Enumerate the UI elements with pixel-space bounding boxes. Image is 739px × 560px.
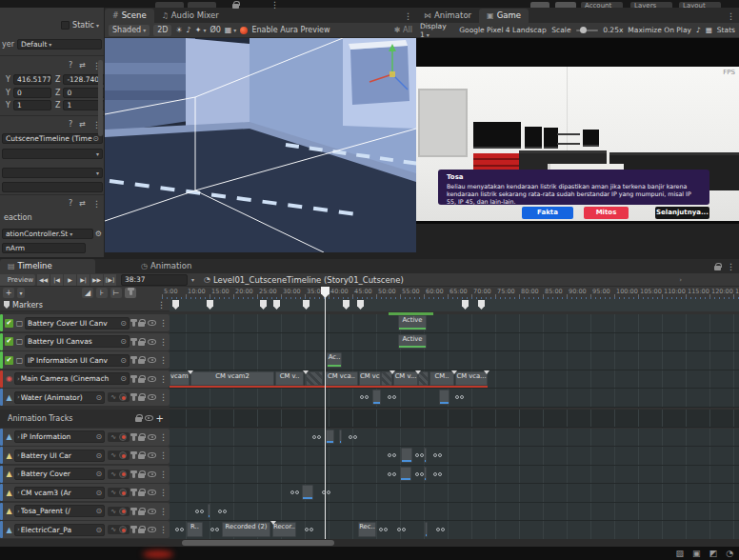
object-picker-icon[interactable]: ⊙ (95, 489, 102, 497)
tab-game[interactable]: ▣Game (479, 9, 529, 23)
object-picker-icon[interactable]: ⊙ (95, 393, 102, 402)
timeline-marker[interactable] (172, 300, 179, 310)
time-field[interactable]: 38:37 (121, 274, 188, 286)
selanjutnya-button[interactable]: Selanjutnya... (655, 207, 709, 219)
curves-toggle-icon[interactable]: ∿ (110, 470, 116, 478)
tab-audio-mixer[interactable]: ♫Audio Mixer (154, 9, 227, 23)
curves-toggle-icon[interactable]: ∿ (110, 451, 116, 459)
layer-dropdown[interactable]: Default (17, 39, 102, 50)
goto-start-button[interactable]: ◀◀ (37, 274, 50, 286)
pin-icon[interactable] (132, 433, 135, 441)
record-button[interactable] (119, 470, 127, 478)
timeline-asset-breadcrumb[interactable]: Level01_CutsceneTimeline (Story01_Cutsce… (213, 275, 404, 285)
track-menu-icon[interactable]: ⋮ (159, 432, 168, 442)
track-item[interactable]: ▲›CM vcam3 (Ar ⊙∿ ⋮ (0, 484, 170, 501)
object-picker-icon[interactable]: ⊙ (120, 319, 127, 328)
tab-scene[interactable]: #Scene (105, 9, 154, 23)
tab-animation[interactable]: ◷Animation (133, 259, 199, 273)
track-enabled-checkbox[interactable]: ✔ (5, 319, 13, 328)
static-checkbox[interactable] (61, 21, 70, 30)
marker-visibility-toggle[interactable] (125, 288, 136, 298)
help-icon[interactable]: ? (69, 120, 72, 130)
stats-toggle[interactable]: Stats (717, 26, 735, 34)
resolution-dropdown[interactable]: Google Pixel 4 Landscape (459, 26, 547, 34)
aura-preview-toggle[interactable]: Enable Aura Preview (251, 26, 330, 34)
track-item[interactable]: ▲›ElectricCar_Pa ⊙∿ ⋮ (0, 521, 170, 538)
keyframe-pair[interactable] (388, 395, 396, 399)
object-picker-icon[interactable]: ⊙ (95, 526, 102, 534)
timeline-clip[interactable] (400, 467, 411, 482)
track-lane[interactable] (170, 410, 739, 429)
timeline-lock-icon[interactable] (714, 266, 721, 270)
lock-icon[interactable] (138, 396, 145, 401)
timeline-menu-icon[interactable]: ⋮ (727, 262, 735, 271)
track-menu-icon[interactable]: ⋮ (159, 507, 168, 516)
maximize-on-play-toggle[interactable]: Maximize On Play (628, 26, 691, 34)
record-button[interactable] (119, 489, 127, 496)
timeline-clip[interactable]: Ac.. (327, 352, 342, 368)
keyframe-pair[interactable] (397, 528, 406, 531)
presets-icon[interactable]: ⇄ (79, 199, 86, 209)
track-menu-icon[interactable]: ⋮ (159, 450, 168, 460)
track-name-box[interactable]: Battery UI Canvas ⊙ (25, 335, 130, 348)
pin-icon[interactable] (132, 470, 135, 478)
track-lane[interactable]: R..Recorded (2)Recor..Rec.. (170, 521, 739, 540)
mitos-button[interactable]: Mitos (584, 207, 629, 219)
markers-lane[interactable] (170, 299, 739, 311)
rotation-y-field[interactable]: 0 (13, 88, 51, 98)
timeline-marker[interactable] (207, 300, 213, 310)
presets-icon[interactable]: ⇄ (79, 61, 86, 70)
wrap-mode-dropdown[interactable] (2, 149, 103, 159)
track-lane[interactable]: Active (170, 314, 739, 333)
track-enabled-checkbox[interactable]: ✔ (5, 356, 13, 365)
pin-icon[interactable] (132, 393, 135, 401)
track-menu-icon[interactable]: ⋮ (159, 318, 168, 328)
track-item[interactable]: ▲›IP Information ⊙∿ ⋮ (0, 429, 170, 446)
eye-icon[interactable] (148, 509, 156, 514)
timeline-clip[interactable]: CM vc... (359, 371, 381, 387)
timeline-clip[interactable]: CM v.. (275, 371, 304, 387)
play-button[interactable]: ▶ (64, 274, 77, 286)
track-name-box[interactable]: ›Battery Cover ⊙ (14, 468, 105, 480)
add-track-in-group-button[interactable]: + (156, 413, 164, 424)
timeline-marker[interactable] (273, 300, 280, 310)
pin-icon[interactable] (132, 508, 135, 515)
add-track-button[interactable]: + (3, 288, 14, 298)
playhead-line[interactable] (325, 287, 326, 539)
inspector-scrollbar[interactable] (98, 60, 103, 136)
track-menu-icon[interactable]: ⋮ (159, 525, 168, 534)
tray-icon-circle[interactable]: ◔ (726, 549, 733, 558)
keyframe-pair[interactable] (433, 453, 442, 457)
timeline-asset-field[interactable]: CutsceneTimeline (Time ⊙ (2, 133, 103, 144)
eye-icon[interactable] (148, 320, 156, 326)
keyframe-pair[interactable] (455, 395, 464, 399)
keyframe-pair[interactable] (388, 472, 396, 476)
pin-icon[interactable] (132, 375, 135, 383)
track-name-box[interactable]: ›CM vcam3 (Ar ⊙ (14, 487, 105, 499)
timeline-clip[interactable] (372, 390, 381, 405)
lock-icon[interactable] (138, 491, 145, 496)
track-lane[interactable] (170, 389, 739, 408)
markers-menu-icon[interactable]: ⋮ (157, 300, 170, 310)
keyframe-pair[interactable] (175, 528, 184, 531)
eye-icon[interactable] (148, 394, 156, 400)
tray-icon-build[interactable]: ▣ (692, 549, 701, 558)
curves-toggle-icon[interactable]: ∿ (110, 393, 116, 401)
eye-icon[interactable] (148, 527, 156, 532)
timeline-clip[interactable]: Active (398, 334, 427, 350)
record-button[interactable] (119, 508, 127, 515)
timeline-clip[interactable]: CM vca... (455, 371, 488, 387)
track-name-box[interactable]: ›Main Camera (Cinemach ⊙ (14, 372, 130, 385)
lock-icon[interactable] (138, 454, 145, 459)
object-picker-icon[interactable]: ⊙ (95, 451, 102, 460)
track-lane[interactable]: Active (170, 333, 739, 352)
component-menu-icon[interactable]: ⋮ (92, 199, 101, 209)
track-item[interactable]: ▲›Battery Cover ⊙∿ ⋮ (0, 466, 170, 483)
timeline-clip[interactable] (326, 430, 334, 445)
audio-toggle-icon[interactable]: ♪ (187, 26, 191, 34)
timeline-clip[interactable]: R.. (187, 522, 203, 537)
scene-viewport[interactable] (105, 38, 416, 252)
visibility-toggle-icon[interactable]: Ø0 (210, 26, 220, 34)
timeline-clip[interactable] (424, 467, 427, 482)
timeline-clip[interactable] (401, 448, 412, 463)
